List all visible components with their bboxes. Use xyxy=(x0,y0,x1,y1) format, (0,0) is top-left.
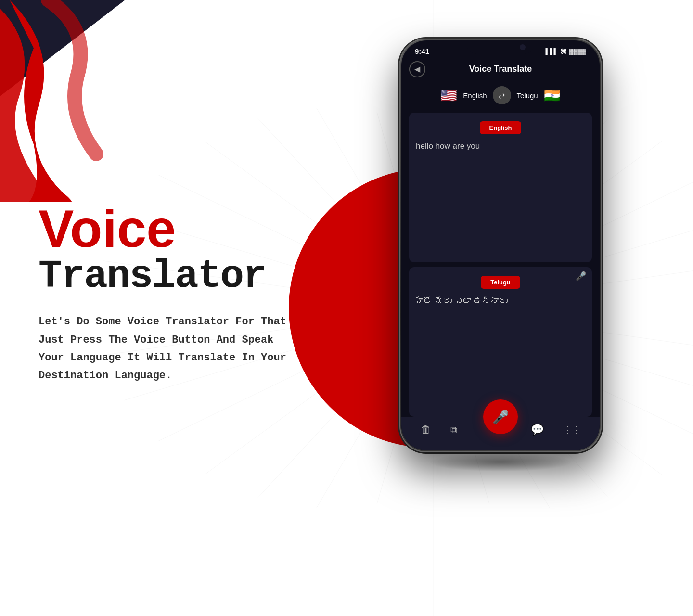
source-flag: 🇺🇸 xyxy=(438,85,459,106)
app-title: Voice Translate xyxy=(469,64,532,74)
left-content-area: Voice Translator Let's Do Some Voice Tra… xyxy=(38,202,308,385)
back-button[interactable]: ◀ xyxy=(409,61,425,77)
telugu-label: Telugu xyxy=(481,276,520,289)
back-icon: ◀ xyxy=(414,64,420,74)
swap-icon: ⇄ xyxy=(499,91,505,100)
target-language-item[interactable]: Telugu 🇮🇳 xyxy=(517,85,563,106)
status-time: 9:41 xyxy=(415,47,429,55)
status-icons: ▌▌▌ ⌘ ▓▓▓▓ xyxy=(545,48,586,55)
delete-icon: 🗑 xyxy=(421,424,431,436)
target-flag: 🇮🇳 xyxy=(542,85,563,106)
wifi-icon: ⌘ xyxy=(560,48,567,55)
subtitle-text: Let's Do Some Voice Translator For That … xyxy=(38,313,289,385)
telugu-mic-icon[interactable]: 🎤 xyxy=(576,271,586,282)
source-lang-name: English xyxy=(463,91,487,100)
copy-button[interactable]: ⧉ xyxy=(450,424,457,436)
phone-mockup: 9:41 ▌▌▌ ⌘ ▓▓▓▓ ◀ Voice Translate xyxy=(399,38,602,452)
source-language-item[interactable]: 🇺🇸 English xyxy=(438,85,487,106)
english-label: English xyxy=(480,121,522,134)
target-lang-name: Telugu xyxy=(517,91,538,100)
share-button[interactable]: ⋮⋮ xyxy=(563,424,580,435)
mic-button-icon: 🎤 xyxy=(492,409,509,425)
english-text: hello how are you xyxy=(409,134,592,262)
delete-button[interactable]: 🗑 xyxy=(421,424,431,436)
phone-outer-frame: 9:41 ▌▌▌ ⌘ ▓▓▓▓ ◀ Voice Translate xyxy=(399,38,602,452)
phone-screen: 9:41 ▌▌▌ ⌘ ▓▓▓▓ ◀ Voice Translate xyxy=(401,40,600,450)
language-selector: 🇺🇸 English ⇄ Telugu 🇮🇳 xyxy=(409,81,592,113)
app-header: ◀ Voice Translate xyxy=(409,59,592,81)
mic-record-button[interactable]: 🎤 xyxy=(483,399,518,434)
signal-icon: ▌▌▌ xyxy=(545,48,558,55)
battery-icon: ▓▓▓▓ xyxy=(569,48,586,55)
swap-languages-button[interactable]: ⇄ xyxy=(493,86,511,104)
bottom-toolbar: 🎤 🗑 ⧉ 💬 ⋮⋮ xyxy=(401,417,600,450)
red-swoosh-decoration xyxy=(0,0,144,202)
phone-shadow xyxy=(428,452,573,472)
phone-notch xyxy=(467,40,534,54)
telugu-translation-box: Telugu 🎤 హలో మేరు ఎలా ఉన్నారు xyxy=(409,267,592,417)
english-translation-box: English hello how are you xyxy=(409,113,592,262)
telugu-text: హలో మేరు ఎలా ఉన్నారు xyxy=(409,289,592,417)
title-translator: Translator xyxy=(38,255,308,298)
share-icon: ⋮⋮ xyxy=(563,424,580,435)
whatsapp-button[interactable]: 💬 xyxy=(531,424,544,436)
app-content: ◀ Voice Translate 🇺🇸 English ⇄ xyxy=(401,59,600,417)
copy-icon: ⧉ xyxy=(450,424,457,436)
whatsapp-icon: 💬 xyxy=(531,424,544,436)
title-voice: Voice xyxy=(38,202,308,255)
